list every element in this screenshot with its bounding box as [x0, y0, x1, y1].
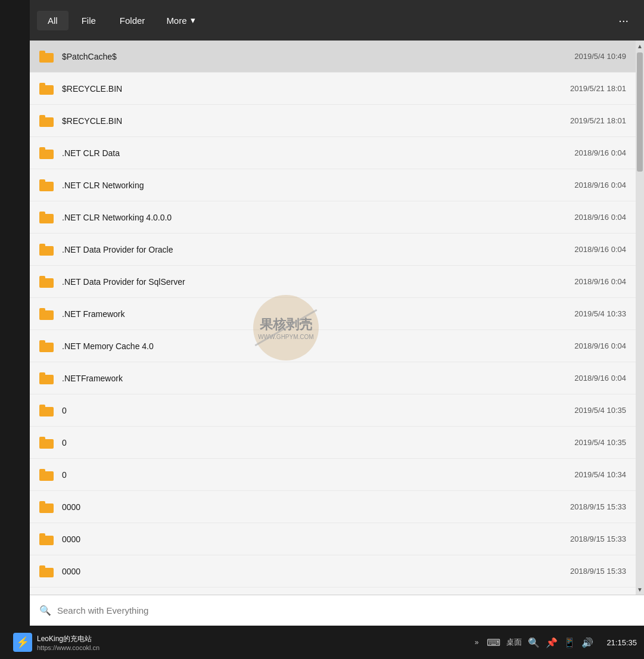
more-arrow-icon: ▾	[191, 15, 195, 26]
tab-folder[interactable]: Folder	[109, 11, 156, 30]
toolbar: All File Folder More ▾ ···	[30, 0, 644, 41]
search-bar: 🔍	[30, 595, 644, 626]
file-name: 0000	[62, 534, 570, 544]
search-taskbar-icon[interactable]: 🔍	[528, 637, 540, 648]
folder-icon	[39, 51, 54, 63]
file-date: 2019/5/4 10:33	[574, 309, 626, 318]
taskbar-app-title: LeoKing的充电站	[37, 634, 99, 644]
file-name: .NET Data Provider for SqlServer	[62, 277, 574, 287]
file-date: 2019/5/4 10:35	[574, 406, 626, 415]
table-row[interactable]: 02019/5/4 10:35	[30, 394, 636, 427]
table-row[interactable]: .NET Data Provider for SqlServer2018/9/1…	[30, 266, 636, 298]
table-row[interactable]: .NET CLR Data2018/9/16 0:04	[30, 137, 636, 169]
folder-icon	[39, 276, 54, 288]
folder-icon	[39, 308, 54, 320]
search-icon: 🔍	[39, 605, 51, 616]
keyboard-icon[interactable]: ⌨	[487, 637, 500, 648]
scroll-down-arrow[interactable]: ▼	[636, 584, 644, 595]
file-date: 2019/5/4 10:35	[574, 438, 626, 447]
file-date: 2018/9/16 0:04	[574, 341, 626, 350]
file-date: 2018/9/16 0:04	[574, 148, 626, 157]
file-date: 2019/5/4 10:34	[574, 470, 626, 479]
table-row[interactable]: 02019/5/4 10:34	[30, 459, 636, 491]
taskbar-icons: ⌨ 桌面 🔍 📌 📱 🔊	[487, 637, 593, 648]
file-name: .NET Data Provider for Oracle	[62, 245, 574, 254]
phone-icon[interactable]: 📱	[564, 637, 575, 648]
table-row[interactable]: $PatchCache$2019/5/4 10:49	[30, 41, 636, 73]
taskbar-app-text: LeoKing的充电站 https://www.cocokl.cn	[37, 634, 99, 651]
folder-icon	[39, 244, 54, 256]
table-row[interactable]: .NET Framework2019/5/4 10:33	[30, 298, 636, 330]
folder-icon	[39, 83, 54, 95]
desktop-label: 桌面	[506, 637, 522, 648]
folder-icon	[39, 115, 54, 127]
file-date: 2018/9/15 15:33	[570, 567, 626, 576]
table-row[interactable]: .NET CLR Networking2018/9/16 0:04	[30, 169, 636, 201]
file-date: 2018/9/16 0:04	[574, 374, 626, 383]
folder-icon	[39, 372, 54, 384]
scroll-up-arrow[interactable]: ▲	[636, 41, 644, 51]
file-name: 0000	[62, 502, 570, 512]
taskbar-right: » ⌨ 桌面 🔍 📌 📱 🔊 21:15:35	[475, 637, 637, 648]
table-row[interactable]: $RECYCLE.BIN2019/5/21 18:01	[30, 105, 636, 137]
speaker-icon[interactable]: 🔊	[581, 637, 593, 648]
pin-icon[interactable]: 📌	[546, 637, 558, 648]
file-name: $RECYCLE.BIN	[62, 84, 570, 94]
file-date: 2018/9/16 0:04	[574, 213, 626, 222]
taskbar-clock: 21:15:35	[606, 638, 637, 647]
table-row[interactable]: 00002018/9/15 15:33	[30, 555, 636, 587]
taskbar-chevron-icon[interactable]: »	[475, 638, 479, 646]
file-list-container: $PatchCache$2019/5/4 10:49$RECYCLE.BIN20…	[30, 41, 644, 595]
taskbar-app[interactable]: ⚡ LeoKing的充电站 https://www.cocokl.cn	[7, 630, 105, 654]
table-row[interactable]: 00002018/9/15 15:33	[30, 523, 636, 555]
taskbar-app-url: https://www.cocokl.cn	[37, 644, 99, 651]
table-row[interactable]: .NET CLR Networking 4.0.0.02018/9/16 0:0…	[30, 201, 636, 234]
main-window: All File Folder More ▾ ··· $PatchCache$2…	[30, 0, 644, 626]
file-name: 0	[62, 438, 574, 447]
file-name: 0000	[62, 567, 570, 576]
folder-icon	[39, 405, 54, 416]
folder-icon	[39, 340, 54, 352]
table-row[interactable]: .NET Memory Cache 4.02018/9/16 0:04	[30, 330, 636, 362]
file-name: .NETFramework	[62, 374, 574, 383]
file-date: 2018/9/16 0:04	[574, 245, 626, 254]
file-name: .NET CLR Data	[62, 148, 574, 158]
file-name: 0	[62, 406, 574, 415]
file-name: .NET Framework	[62, 309, 574, 319]
table-row[interactable]: .NET Data Provider for Oracle2018/9/16 0…	[30, 234, 636, 266]
taskbar-app-icon: ⚡	[13, 633, 32, 652]
file-name: .NET Memory Cache 4.0	[62, 341, 574, 351]
file-date: 2018/9/15 15:33	[570, 502, 626, 511]
clock-time: 21:15:35	[606, 638, 637, 647]
file-name: $PatchCache$	[62, 52, 574, 61]
tab-more[interactable]: More ▾	[158, 10, 203, 30]
table-row[interactable]: $RECYCLE.BIN2019/5/21 18:01	[30, 73, 636, 105]
taskbar: ⚡ LeoKing的充电站 https://www.cocokl.cn » ⌨ …	[0, 626, 644, 659]
file-date: 2019/5/4 10:49	[574, 52, 626, 61]
file-name: 0	[62, 470, 574, 480]
folder-icon	[39, 533, 54, 545]
more-label: More	[166, 15, 186, 26]
ellipsis-button[interactable]: ···	[610, 9, 637, 32]
folder-icon	[39, 147, 54, 159]
file-date: 2018/9/15 15:33	[570, 534, 626, 543]
file-date: 2019/5/21 18:01	[570, 116, 626, 125]
folder-icon	[39, 501, 54, 513]
table-row[interactable]: 02019/5/4 10:35	[30, 427, 636, 459]
table-row[interactable]: 00002018/9/15 15:33	[30, 491, 636, 523]
file-name: .NET CLR Networking	[62, 181, 574, 190]
file-name: $RECYCLE.BIN	[62, 116, 570, 126]
scrollbar-thumb[interactable]	[637, 52, 643, 172]
scrollbar[interactable]: ▲ ▼	[636, 41, 644, 595]
folder-icon	[39, 469, 54, 481]
file-date: 2019/5/21 18:01	[570, 84, 626, 93]
folder-icon	[39, 437, 54, 449]
table-row[interactable]: .NETFramework2018/9/16 0:04	[30, 362, 636, 394]
file-date: 2018/9/16 0:04	[574, 277, 626, 286]
tab-file[interactable]: File	[71, 11, 107, 30]
tab-all[interactable]: All	[37, 11, 69, 30]
file-name: .NET CLR Networking 4.0.0.0	[62, 213, 574, 222]
file-list: $PatchCache$2019/5/4 10:49$RECYCLE.BIN20…	[30, 41, 636, 595]
file-date: 2018/9/16 0:04	[574, 181, 626, 189]
search-input[interactable]	[57, 605, 634, 616]
